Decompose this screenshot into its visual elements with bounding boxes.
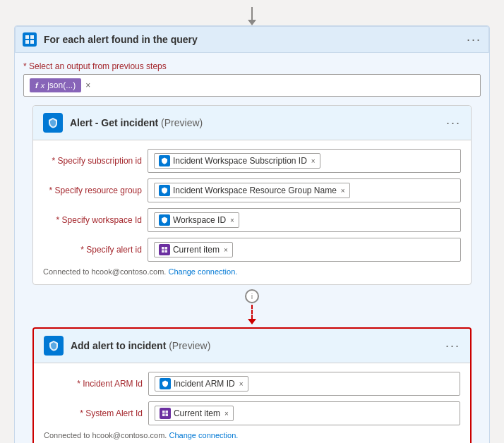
- foreach-header-left: For each alert found in the query: [23, 32, 198, 47]
- middle-connector: i: [245, 288, 259, 324]
- resource-label: Specify resource group: [43, 186, 142, 195]
- info-circle: i: [245, 289, 259, 303]
- get-incident-more[interactable]: ···: [446, 116, 461, 129]
- add-alert-connection-text: Connected to hcook@contoso.com.: [44, 431, 167, 439]
- svg-rect-11: [165, 414, 168, 417]
- system-alert-field[interactable]: Current item ×: [148, 401, 460, 425]
- resource-tag-shield-icon: [159, 185, 170, 196]
- json-tag-text: x: [41, 81, 45, 90]
- foreach-container: For each alert found in the query ··· Se…: [14, 25, 490, 443]
- alert-tag-close[interactable]: ×: [224, 246, 228, 254]
- select-output-section: Select an output from previous steps fx …: [23, 61, 481, 97]
- get-incident-preview: (Preview): [158, 117, 203, 128]
- add-alert-card: Add alert to incident (Preview) ··· Inci…: [32, 327, 472, 443]
- get-incident-icon: [43, 113, 63, 133]
- system-alert-tag-item-icon: [160, 408, 171, 419]
- foreach-more-button[interactable]: ···: [467, 33, 481, 46]
- form-row-workspace: Specify workspace Id Workspace ID ×: [43, 208, 461, 232]
- svg-rect-5: [164, 247, 167, 250]
- svg-rect-6: [162, 250, 164, 253]
- json-tag-close[interactable]: ×: [85, 80, 90, 90]
- foreach-title: For each alert found in the query: [44, 34, 198, 45]
- get-incident-card: Alert - Get incident (Preview) ··· Speci…: [32, 105, 472, 285]
- info-label: i: [251, 292, 253, 301]
- svg-rect-1: [30, 35, 34, 39]
- get-incident-connection: Connected to hcook@contoso.com. Change c…: [43, 267, 461, 276]
- svg-rect-4: [162, 247, 164, 250]
- subscription-tag-shield-icon: [159, 155, 170, 166]
- workspace-label: Specify workspace Id: [43, 215, 142, 225]
- add-alert-header: Add alert to incident (Preview) ···: [34, 329, 470, 363]
- alert-tag-item-icon: [159, 244, 170, 255]
- arm-tag-close[interactable]: ×: [239, 380, 244, 388]
- arm-label: Incident ARM Id: [44, 379, 143, 389]
- system-alert-tag-close[interactable]: ×: [224, 410, 229, 418]
- select-output-label: Select an output from previous steps: [23, 61, 481, 71]
- add-alert-change-connection[interactable]: Change connection.: [169, 431, 238, 439]
- resource-tag-close[interactable]: ×: [341, 187, 345, 195]
- workspace-tag: Workspace ID ×: [154, 212, 239, 228]
- workspace-field[interactable]: Workspace ID ×: [148, 208, 461, 232]
- inner-cards-wrapper: Alert - Get incident (Preview) ··· Speci…: [23, 105, 481, 443]
- subscription-field[interactable]: Incident Workspace Subscription ID ×: [148, 149, 461, 173]
- form-row-resource: Specify resource group Incident Workspac…: [43, 178, 461, 202]
- workspace-tag-shield-icon: [159, 214, 170, 226]
- form-row-arm: Incident ARM Id Incident ARM ID ×: [44, 372, 460, 396]
- fx-icon: f: [35, 81, 38, 90]
- get-incident-connection-text: Connected to hcook@contoso.com.: [43, 267, 166, 276]
- add-alert-more[interactable]: ···: [445, 339, 460, 352]
- subscription-tag-close[interactable]: ×: [311, 157, 316, 165]
- red-arrow: [248, 319, 256, 324]
- subscription-tag: Incident Workspace Subscription ID ×: [154, 153, 320, 169]
- form-row-subscription: Specify subscription id Incident Workspa…: [43, 149, 461, 173]
- get-incident-change-connection[interactable]: Change connection.: [168, 267, 237, 276]
- get-incident-body: Specify subscription id Incident Workspa…: [33, 140, 471, 284]
- arm-tag: Incident ARM ID ×: [155, 376, 248, 392]
- subscription-tag-text: Incident Workspace Subscription ID: [173, 156, 307, 166]
- resource-tag-text: Incident Workspace Resource Group Name: [173, 186, 337, 195]
- system-alert-label: System Alert Id: [44, 408, 143, 418]
- arm-tag-text: Incident ARM ID: [174, 379, 235, 389]
- arm-field[interactable]: Incident ARM ID ×: [148, 372, 460, 396]
- dashed-line: [251, 305, 253, 319]
- svg-rect-10: [162, 414, 165, 417]
- add-alert-body: Incident ARM Id Incident ARM ID ×: [34, 363, 470, 443]
- alert-field[interactable]: Current item ×: [148, 238, 461, 262]
- form-row-system-alert: System Alert Id Curren: [44, 401, 460, 425]
- alert-label: Specify alert id: [43, 245, 142, 255]
- add-alert-connection: Connected to hcook@contoso.com. Change c…: [44, 431, 460, 439]
- svg-rect-3: [30, 40, 34, 44]
- system-alert-tag-text: Current item: [174, 408, 220, 418]
- svg-rect-7: [164, 250, 167, 253]
- select-output-field[interactable]: fx json(...) ×: [23, 74, 481, 97]
- add-alert-header-left: Add alert to incident (Preview): [44, 336, 210, 356]
- resource-tag: Incident Workspace Resource Group Name ×: [154, 183, 350, 198]
- alert-tag: Current item ×: [154, 242, 233, 257]
- get-incident-header: Alert - Get incident (Preview) ···: [33, 106, 471, 140]
- svg-rect-0: [25, 35, 29, 39]
- svg-rect-2: [25, 40, 29, 44]
- json-tag-label: json(...): [47, 80, 76, 90]
- get-incident-header-left: Alert - Get incident (Preview): [43, 113, 203, 133]
- svg-rect-9: [165, 411, 168, 413]
- arm-tag-shield-icon: [160, 378, 171, 389]
- workspace-tag-text: Workspace ID: [173, 215, 226, 225]
- add-alert-title: Add alert to incident (Preview): [71, 340, 210, 351]
- alert-tag-text: Current item: [173, 245, 220, 255]
- system-alert-tag: Current item ×: [155, 406, 234, 421]
- get-incident-title: Alert - Get incident (Preview): [70, 117, 203, 128]
- top-connector: [248, 7, 256, 25]
- subscription-label: Specify subscription id: [43, 156, 142, 166]
- foreach-icon: [23, 32, 37, 47]
- form-row-alert: Specify alert id Curre: [43, 238, 461, 262]
- workspace-tag-close[interactable]: ×: [230, 217, 234, 224]
- svg-rect-8: [162, 411, 165, 413]
- json-tag: fx json(...): [30, 78, 81, 92]
- resource-field[interactable]: Incident Workspace Resource Group Name ×: [148, 178, 461, 202]
- add-alert-icon: [44, 336, 64, 356]
- add-alert-preview: (Preview): [166, 340, 210, 351]
